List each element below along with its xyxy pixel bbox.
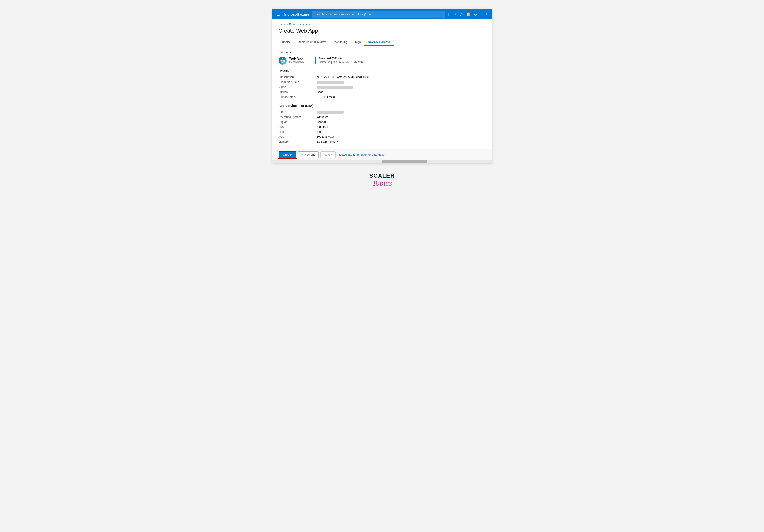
user-icon[interactable]: ☺ — [485, 12, 489, 16]
download-template-link[interactable]: Download a template for automation — [337, 152, 388, 158]
scrollbar-thumb[interactable] — [382, 160, 427, 163]
asp-key-name: Name — [279, 110, 314, 114]
asp-value-os: Windows — [317, 115, 486, 119]
nav-icon-group: ◫ » ☍ 🔔 ⚙ ? ☺ — [448, 12, 489, 16]
webapp-sku: Standard (S1) sku — [315, 57, 363, 60]
asp-value-memory: 1.75 GB memory — [317, 140, 486, 144]
asp-key-sku: SKU — [279, 125, 314, 129]
redacted-name — [317, 86, 353, 89]
directory-icon[interactable]: ☍ — [460, 12, 463, 16]
app-service-plan-title: App Service Plan (New) — [279, 104, 486, 107]
app-service-plan-table: Name Operating System Windows Region Cen… — [279, 110, 486, 144]
page-title-row: Create Web App ··· — [279, 28, 486, 34]
scaler-logo: SCALER Topics — [369, 172, 395, 187]
detail-key-publish: Publish — [279, 90, 314, 94]
webapp-name: Web App — [289, 57, 304, 60]
create-button[interactable]: Create — [279, 151, 296, 158]
gear-icon[interactable]: ⚙ — [474, 12, 477, 16]
title-ellipsis-menu[interactable]: ··· — [320, 29, 323, 33]
detail-value-runtime: ASP.NET V4.8 — [317, 95, 486, 99]
detail-key-subscription: Subscription — [279, 75, 314, 79]
asp-value-acu: 100 total ACU — [317, 135, 486, 139]
asp-key-size: Size — [279, 130, 314, 134]
asp-value-region: Central US — [317, 120, 486, 124]
redacted-asp-name — [317, 110, 344, 114]
action-bar: Create < Previous Next > Download a temp… — [272, 149, 492, 160]
webapp-icon — [279, 57, 286, 65]
detail-key-runtime: Runtime stack — [279, 95, 314, 99]
help-icon[interactable]: ? — [480, 12, 482, 16]
asp-key-os: Operating System — [279, 115, 314, 119]
search-input[interactable] — [312, 11, 445, 18]
portal-icon[interactable]: ◫ — [448, 12, 451, 16]
previous-button[interactable]: < Previous — [298, 151, 319, 158]
detail-key-name: Name — [279, 85, 314, 89]
page-title: Create Web App — [279, 28, 318, 34]
tab-tags[interactable]: Tags — [351, 38, 364, 46]
scrollbar-area — [272, 160, 492, 163]
webapp-price: Estimated price - 5259.30 INR/Month — [315, 61, 363, 64]
cloud-shell-icon[interactable]: » — [455, 12, 457, 16]
detail-key-resource-group: Resource Group — [279, 80, 314, 84]
top-navigation: ☰ Microsoft Azure ◫ » ☍ 🔔 ⚙ ? ☺ — [272, 9, 492, 19]
content-area: Home > Create a resource > Create Web Ap… — [272, 19, 492, 144]
azure-portal-window: ☰ Microsoft Azure ◫ » ☍ 🔔 ⚙ ? ☺ Home > C… — [272, 9, 492, 163]
details-table: Subscription ca919e20-8606-4efa-ab35-7f0… — [279, 75, 486, 99]
webapp-by: by Microsoft — [289, 60, 304, 63]
tab-basics[interactable]: Basics — [279, 38, 294, 46]
scaler-title: SCALER — [369, 172, 395, 179]
detail-value-resource-group — [317, 80, 486, 84]
breadcrumb-create-resource[interactable]: Create a resource — [289, 23, 311, 26]
asp-value-size: Small — [317, 130, 486, 134]
asp-value-sku: Standard — [317, 125, 486, 129]
asp-key-memory: Memory — [279, 140, 314, 144]
asp-value-name — [317, 110, 486, 114]
azure-brand: Microsoft Azure — [284, 12, 309, 16]
breadcrumb: Home > Create a resource > — [279, 23, 486, 26]
tab-monitoring[interactable]: Monitoring — [330, 38, 351, 46]
hamburger-menu-icon[interactable]: ☰ — [275, 11, 281, 18]
scaler-subtitle: Topics — [369, 179, 395, 187]
breadcrumb-home[interactable]: Home — [279, 23, 286, 26]
asp-key-region: Region — [279, 120, 314, 124]
detail-value-publish: Code — [317, 90, 486, 94]
bell-icon[interactable]: 🔔 — [466, 12, 471, 16]
webapp-pricing: Standard (S1) sku Estimated price - 5259… — [315, 57, 363, 64]
next-button: Next > — [320, 151, 336, 158]
tab-review-create[interactable]: Review + create — [364, 38, 394, 46]
details-title: Details — [279, 69, 486, 73]
summary-label: Summary — [279, 51, 486, 54]
redacted-resource-group — [317, 81, 344, 84]
tab-deployment[interactable]: Deployment (Preview) — [294, 38, 330, 46]
web-app-card: Web App by Microsoft Standard (S1) sku E… — [279, 57, 486, 65]
webapp-info: Web App by Microsoft — [289, 57, 304, 63]
tab-bar: Basics Deployment (Preview) Monitoring T… — [279, 38, 486, 46]
asp-key-acu: ACU — [279, 135, 314, 139]
detail-value-subscription: ca919e20-8606-4efa-ab35-7f08ded4b58d — [317, 75, 486, 79]
detail-value-name — [317, 85, 486, 89]
